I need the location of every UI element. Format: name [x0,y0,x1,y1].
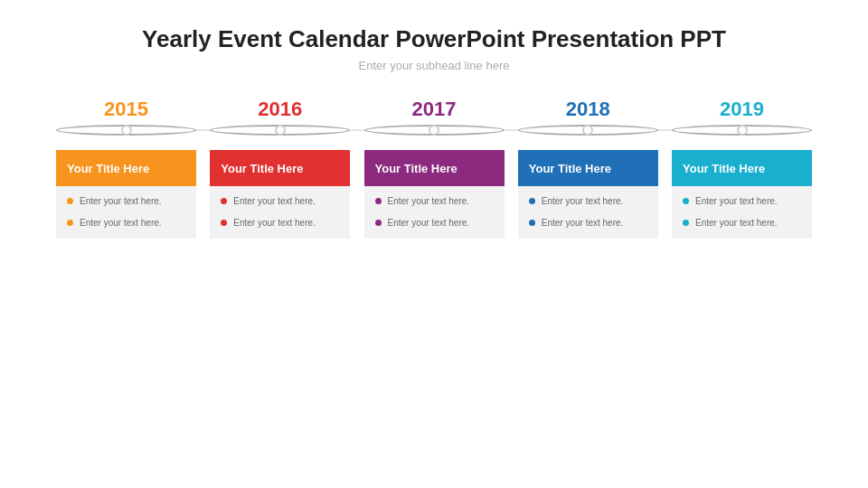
list-item: Enter your text here. [683,195,801,208]
list-item: Enter your text here. [67,195,185,208]
card-header-2018: Your Title Here [518,150,658,186]
main-title: Yearly Event Calendar PowerPoint Present… [142,25,726,53]
list-item: Enter your text here. [529,195,647,208]
card-2017: Your Title HereEnter your text here.Ente… [364,150,505,239]
list-item-text: Enter your text here. [80,217,162,230]
list-item: Enter your text here. [221,195,339,208]
list-item-text: Enter your text here. [80,195,162,208]
bullet-icon [221,198,227,204]
card-header-2015: Your Title Here [56,150,196,186]
list-item: Enter your text here. [683,217,801,230]
timeline-dot-2015 [56,125,196,136]
subtitle: Enter your subhead line here [359,59,510,72]
card-body-2015: Enter your text here.Enter your text her… [56,186,196,239]
list-item: Enter your text here. [375,217,494,230]
timeline-dot-2016 [210,125,350,136]
bullet-icon [221,220,227,226]
timeline-dot-2017 [364,125,505,136]
card-body-2016: Enter your text here.Enter your text her… [210,186,350,239]
list-item-text: Enter your text here. [695,195,778,208]
list-item: Enter your text here. [375,195,494,208]
bullet-icon [683,198,689,204]
card-2018: Your Title HereEnter your text here.Ente… [518,150,658,239]
list-item: Enter your text here. [529,217,647,230]
list-item: Enter your text here. [221,217,339,230]
bullet-icon [375,198,382,204]
year-label-2017: 2017 [364,98,505,121]
timeline-dot-2018 [518,125,658,136]
card-header-2019: Your Title Here [672,150,812,186]
list-item-text: Enter your text here. [695,217,778,230]
timeline-area: 20152016201720182019 Your Title HereEnte… [36,98,832,239]
card-header-2016: Your Title Here [210,150,350,186]
year-label-2018: 2018 [518,98,658,121]
card-body-2019: Enter your text here.Enter your text her… [672,186,812,239]
card-body-2017: Enter your text here.Enter your text her… [364,186,505,239]
list-item: Enter your text here. [67,217,185,230]
page: Yearly Event Calendar PowerPoint Present… [0,0,868,488]
card-2015: Your Title HereEnter your text here.Ente… [56,150,196,239]
year-label-2019: 2019 [672,98,812,121]
list-item-text: Enter your text here. [388,195,470,208]
cards-row: Your Title HereEnter your text here.Ente… [36,150,832,239]
year-label-2015: 2015 [56,98,196,121]
bullet-icon [375,220,382,226]
bullet-icon [529,220,535,226]
list-item-text: Enter your text here. [542,195,624,208]
timeline-dot-2019 [672,125,812,136]
bullet-icon [67,198,73,204]
bullet-icon [683,220,689,226]
list-item-text: Enter your text here. [233,195,316,208]
bullet-icon [67,220,73,226]
card-header-2017: Your Title Here [364,150,505,186]
year-labels-row: 20152016201720182019 [36,98,832,121]
list-item-text: Enter your text here. [388,217,470,230]
timeline-line [36,125,832,136]
list-item-text: Enter your text here. [233,217,316,230]
card-2016: Your Title HereEnter your text here.Ente… [210,150,350,239]
card-body-2018: Enter your text here.Enter your text her… [518,186,658,239]
year-label-2016: 2016 [210,98,350,121]
list-item-text: Enter your text here. [542,217,624,230]
card-2019: Your Title HereEnter your text here.Ente… [672,150,812,239]
bullet-icon [529,198,535,204]
